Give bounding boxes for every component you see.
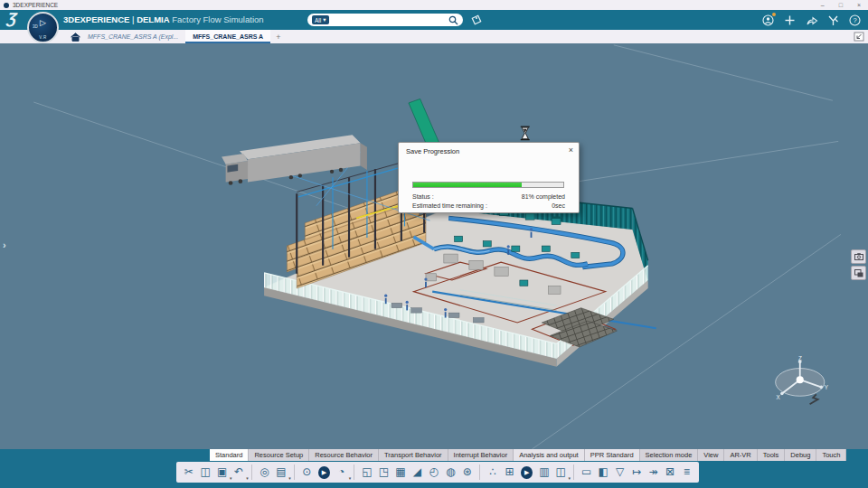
export-3d-icon[interactable]: ◳ xyxy=(377,462,391,483)
gauge-validation-icon[interactable]: ◔▾ xyxy=(335,462,348,483)
ribbon-tab-tools[interactable]: Tools xyxy=(758,449,786,461)
ribbon-tab-standard[interactable]: Standard xyxy=(210,449,249,461)
hourglass-cursor xyxy=(521,127,530,139)
title-separator: | xyxy=(132,14,134,24)
os-titlebar: 3DEXPERIENCE – □ × xyxy=(0,0,868,10)
collapse-panel-icon[interactable] xyxy=(854,32,864,42)
toolbar-row: ✂◫▣▾↶▾◎▤▾⊙▶◔▾◱◳▦◢◴◍⊛∴⊞▶▥◫▾▭◧▽↦↠⊠≡ xyxy=(0,461,868,483)
cut-icon[interactable]: ✂ xyxy=(182,462,195,483)
table-filter-icon[interactable]: ▽ xyxy=(613,462,627,483)
brand-label: 3DEXPERIENCE xyxy=(63,14,129,24)
ribbon-bar: StandardResource SetupResource BehaviorT… xyxy=(0,449,868,461)
zoom-search-icon[interactable]: ◎ xyxy=(258,462,271,483)
dropdown-caret-icon: ▾ xyxy=(246,476,249,481)
status-label: Status : xyxy=(412,193,434,200)
close-window-button[interactable]: × xyxy=(857,0,861,10)
help-button[interactable]: ? xyxy=(849,14,861,26)
catalog-browser-icon[interactable]: ▤▾ xyxy=(274,462,288,483)
app-title: 3DEXPERIENCE | DELMIA Factory Flow Simul… xyxy=(63,10,264,30)
save-progression-dialog: Save Progression × Status : 81% complete… xyxy=(398,142,580,213)
paste-icon[interactable]: ▣▾ xyxy=(215,462,229,483)
search-filter-label: All xyxy=(315,17,321,23)
undo-icon[interactable]: ↶▾ xyxy=(231,462,245,483)
ribbon-tab-transport-behavior[interactable]: Transport Behavior xyxy=(379,449,448,461)
home-icon[interactable] xyxy=(71,33,80,42)
ribbon-tab-analysis-and-output[interactable]: Analysis and output xyxy=(514,449,584,461)
compass-button[interactable]: ▷ 3D V.R xyxy=(27,12,59,43)
ribbon-tab-view[interactable]: View xyxy=(698,449,724,461)
doc-tab-explore[interactable]: MFFS_CRANE_ASRS A (Expl... xyxy=(80,30,185,43)
toolbar-separator xyxy=(479,465,480,480)
add-content-button[interactable] xyxy=(784,14,796,26)
ribbon-tab-ppr-standard[interactable]: PPR Standard xyxy=(585,449,640,461)
search-filter-dropdown[interactable]: All ▾ xyxy=(312,15,329,24)
org-structure-icon[interactable]: ∴ xyxy=(486,462,499,483)
window-layout-icon[interactable]: ◫▾ xyxy=(554,462,568,483)
search-input[interactable]: All ▾ xyxy=(307,14,463,26)
capture-image-button[interactable] xyxy=(851,249,866,264)
left-panel-expander[interactable]: › xyxy=(3,239,6,250)
ribbon-tab-resource-setup[interactable]: Resource Setup xyxy=(249,449,309,461)
data-cube-icon[interactable]: ◧ xyxy=(596,462,609,483)
minimize-button[interactable]: – xyxy=(821,0,825,10)
export-data-icon[interactable]: ↦ xyxy=(629,462,643,483)
dialog-close-button[interactable]: × xyxy=(569,145,573,155)
schedule-grid-icon[interactable]: ⊞ xyxy=(503,462,516,483)
appname-label: Factory Flow Simulation xyxy=(172,14,263,24)
capture-device-icon[interactable]: ⊙ xyxy=(300,462,314,483)
3d-viewport[interactable]: Z Y X › Save Progression × Sta xyxy=(0,43,868,449)
bottom-strip xyxy=(0,483,868,488)
share-button[interactable] xyxy=(806,14,817,26)
dialog-title: Save Progression xyxy=(406,147,459,155)
new-tab-button[interactable]: + xyxy=(270,33,286,42)
machine-table-icon[interactable]: ≡ xyxy=(680,462,693,483)
results-table-icon[interactable]: ▦ xyxy=(393,462,407,483)
chart-output-icon[interactable]: ◢ xyxy=(410,462,424,483)
eta-label: Estimated time remaining : xyxy=(412,202,487,209)
run-process-icon[interactable]: ▶ xyxy=(521,466,533,479)
view-compass[interactable]: Z Y X xyxy=(776,355,829,400)
snapshot-window-icon[interactable]: ◱ xyxy=(360,462,373,483)
toolbar-separator xyxy=(573,465,574,480)
robot-program-icon[interactable]: ⊠ xyxy=(663,462,676,483)
app-icon xyxy=(4,3,9,8)
ribbon-tab-interrupt-behavior[interactable]: Interrupt Behavior xyxy=(448,449,514,461)
status-value: 81% completed xyxy=(522,193,565,200)
svg-text:?: ? xyxy=(853,16,856,24)
user-profile-button[interactable] xyxy=(762,14,774,26)
export-report-icon[interactable]: ↠ xyxy=(646,462,660,483)
ribbon-tab-debug[interactable]: Debug xyxy=(785,449,816,461)
time-analysis-icon[interactable]: ◴ xyxy=(427,462,440,483)
ribbon-tab-resource-behavior[interactable]: Resource Behavior xyxy=(309,449,379,461)
flow-network-icon[interactable]: ⊛ xyxy=(460,462,474,483)
product-label: DELMIA xyxy=(137,14,169,24)
axis-x-label: X xyxy=(777,394,781,400)
statistics-icon[interactable]: ▥ xyxy=(537,462,551,483)
toolbar-separator xyxy=(294,465,295,480)
application-window: 3DEXPERIENCE – □ × Ʒ ▷ 3D V.R 3DEXPERIEN… xyxy=(0,0,868,488)
render-style-button[interactable] xyxy=(851,266,866,280)
doc-tab-active[interactable]: MFFS_CRANE_ASRS A xyxy=(185,30,270,43)
brand-person-icon[interactable] xyxy=(827,14,839,26)
dassault-logo-icon: Ʒ xyxy=(6,10,18,28)
bottom-toolbar: ✂◫▣▾↶▾◎▤▾⊙▶◔▾◱◳▦◢◴◍⊛∴⊞▶▥◫▾▭◧▽↦↠⊠≡ xyxy=(176,462,699,483)
ribbon-tab-touch[interactable]: Touch xyxy=(816,449,846,461)
document-tabbar: MFFS_CRANE_ASRS A (Expl... MFFS_CRANE_AS… xyxy=(0,30,868,43)
world-query-icon[interactable]: ◍ xyxy=(444,462,458,483)
copy-icon[interactable]: ◫ xyxy=(198,462,212,483)
toolbar-separator xyxy=(251,465,252,480)
play-simulation-icon[interactable]: ▶ xyxy=(318,466,330,479)
dropdown-caret-icon: ▾ xyxy=(288,476,291,481)
ribbon-tab-ar-vr[interactable]: AR-VR xyxy=(724,449,757,461)
toolbar-separator xyxy=(354,465,354,480)
progress-fill xyxy=(413,183,522,187)
display-output-icon[interactable]: ▭ xyxy=(580,462,593,483)
app-bar: Ʒ ▷ 3D V.R 3DEXPERIENCE | DELMIA Factory… xyxy=(0,10,868,30)
mouse-cursor xyxy=(810,394,818,404)
axis-y-label: Y xyxy=(825,384,829,390)
ribbon-tab-selection-mode[interactable]: Selection mode xyxy=(640,449,699,461)
os-window-title: 3DEXPERIENCE xyxy=(13,2,58,8)
tag-icon[interactable] xyxy=(470,14,483,26)
maximize-button[interactable]: □ xyxy=(839,0,843,10)
search-icon[interactable] xyxy=(448,15,458,25)
